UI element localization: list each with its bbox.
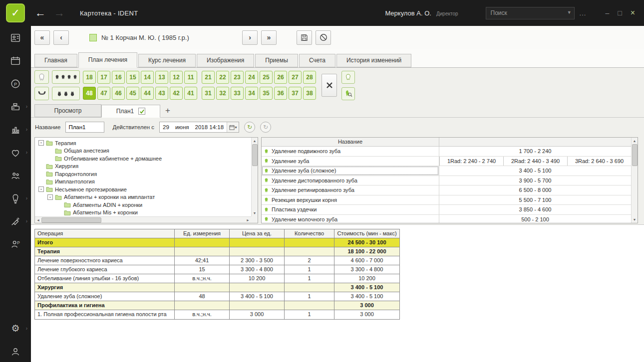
main-tab[interactable]: Главная	[34, 54, 77, 67]
tree-expander-icon[interactable]: -	[38, 140, 44, 146]
sidebar-item-cash-register[interactable]: ›	[3, 101, 27, 112]
tooth-number-button[interactable]: 45	[126, 87, 139, 100]
chevron-down-icon[interactable]: ▼	[567, 10, 572, 15]
tooth-status-button[interactable]	[341, 71, 355, 84]
tree-horizontal-scrollbar[interactable]: ◄ ►	[35, 216, 251, 223]
close-button[interactable]: ×	[631, 9, 635, 17]
tooth-number-button[interactable]: 25	[260, 71, 273, 84]
tooth-number-button[interactable]: 27	[289, 71, 302, 84]
table-row[interactable]: Отбеливание (линия улыбки - 16 зубов) в.…	[35, 274, 399, 283]
main-tab[interactable]: История изменений	[336, 54, 411, 67]
sidebar-item-reports[interactable]: ›	[3, 124, 27, 135]
patient-prev-button[interactable]: ‹	[53, 30, 69, 45]
tree-item[interactable]: Отбеливание кабинетное + домашнее	[35, 155, 251, 163]
tooth-number-button[interactable]: 34	[245, 87, 258, 100]
tree-item[interactable]: Пародонтология	[35, 170, 251, 178]
upper-teeth-group-button[interactable]	[52, 70, 80, 84]
scroll-down-icon[interactable]: ▼	[632, 216, 638, 223]
table-row[interactable]: Лечение глубокого кариеса 15 3 300 - 4 8…	[35, 265, 399, 274]
add-plan-button[interactable]: +	[165, 106, 170, 116]
main-tab[interactable]: Счета	[299, 54, 335, 67]
price-row[interactable]: Резекция верхушки корня 5 500 - 7 100	[262, 195, 631, 205]
main-tab[interactable]: Курс лечения	[138, 54, 196, 67]
tooth-number-button[interactable]: 47	[97, 87, 110, 100]
search-input[interactable]	[486, 7, 575, 19]
tooth-number-button[interactable]: 37	[289, 87, 302, 100]
date-time[interactable]: 2018 14:18	[192, 124, 227, 130]
search-box[interactable]: ▼	[486, 7, 575, 19]
tooth-number-button[interactable]: 23	[231, 71, 244, 84]
valid-from-date-picker[interactable]: 29 июня 2018 14:18 ▾	[159, 122, 239, 133]
tooth-number-button[interactable]: 36	[274, 87, 287, 100]
table-row[interactable]: Терапия 18 100 - 22 000	[35, 247, 399, 256]
sidebar-item-anesthesia[interactable]: ›	[3, 215, 27, 227]
table-row[interactable]: Итого 24 500 - 30 100	[35, 238, 399, 247]
tooth-search-button[interactable]	[341, 87, 355, 100]
current-patient[interactable]: № 1 Корчан М. Ю. ( 1985 г.р.)	[89, 34, 222, 41]
calendar-dropdown-button[interactable]: ▾	[227, 122, 239, 132]
tooth-number-button[interactable]: 32	[216, 87, 229, 100]
history-plan-button[interactable]: ↻	[260, 122, 271, 133]
sidebar-item-phone-calls[interactable]: P	[3, 78, 27, 89]
tooth-number-button[interactable]: 18	[83, 71, 96, 84]
tree-item[interactable]: Общая анестезия	[35, 147, 251, 155]
tooth-number-button[interactable]: 31	[202, 87, 215, 100]
tooth-number-button[interactable]: 43	[155, 87, 168, 100]
scrollbar-thumb[interactable]	[41, 217, 101, 223]
tooth-number-button[interactable]: 26	[274, 71, 287, 84]
tooth-number-button[interactable]: 44	[141, 87, 154, 100]
block-button[interactable]	[316, 30, 331, 45]
tree-item[interactable]: Абатменты Mis + коронки	[35, 209, 251, 217]
tooth-number-button[interactable]: 17	[97, 71, 110, 84]
tooth-number-button[interactable]: 13	[155, 71, 168, 84]
tooth-number-button[interactable]: 14	[141, 71, 154, 84]
more-button[interactable]: ...	[580, 9, 587, 17]
patient-last-button[interactable]: »	[261, 30, 277, 45]
save-button[interactable]	[297, 30, 312, 45]
tree-item[interactable]: - Терапия	[35, 139, 251, 147]
sidebar-item-treatment[interactable]: ›	[3, 147, 27, 158]
sidebar-item-implants[interactable]: ›	[3, 192, 27, 204]
scroll-right-icon[interactable]: ►	[245, 217, 251, 223]
tree-item[interactable]: Имплантология	[35, 178, 251, 186]
price-row[interactable]: Пластика уздечки 3 850 - 4 600	[262, 205, 631, 215]
tooth-number-button[interactable]: 38	[303, 87, 316, 100]
price-row[interactable]: Удаление зуба 1Rad: 2 240 - 2 740 2Rad: …	[262, 157, 631, 167]
tooth-number-button[interactable]: 16	[112, 71, 125, 84]
tree-item[interactable]: - Абатменты + коронки на имплантат	[35, 193, 251, 201]
upper-jaw-button[interactable]	[34, 70, 49, 84]
date-day[interactable]: 29	[160, 124, 172, 130]
sidebar-item-settings[interactable]: ⚙ ›	[3, 323, 27, 334]
tooth-number-button[interactable]: 12	[170, 71, 183, 84]
tooth-number-button[interactable]: 33	[231, 87, 244, 100]
price-row[interactable]: Удаление зуба (сложное) 3 400 - 5 100	[262, 166, 631, 176]
sidebar-item-staff[interactable]	[3, 170, 27, 181]
sidebar-item-calendar[interactable]	[3, 55, 27, 66]
tooth-number-button[interactable]: 41	[184, 87, 197, 100]
tree-expander-icon[interactable]: -	[47, 194, 53, 200]
tooth-number-button[interactable]: 48	[83, 87, 96, 100]
scrollbar-thumb[interactable]	[252, 144, 258, 166]
tooth-number-button[interactable]: 46	[112, 87, 125, 100]
tooth-number-button[interactable]: 24	[245, 71, 258, 84]
back-button[interactable]: ←	[31, 5, 50, 20]
table-row[interactable]: Лечение поверхностного кариеса 42;41 2 3…	[35, 256, 399, 265]
forward-button[interactable]: →	[50, 5, 69, 20]
plan-name-input[interactable]	[65, 122, 104, 133]
scroll-up-icon[interactable]: ▲	[252, 138, 258, 144]
price-vertical-scrollbar[interactable]: ▲ ▼	[631, 138, 638, 223]
tree-expander-icon[interactable]: -	[38, 186, 44, 192]
price-row[interactable]: Удаление молочного зуба 500 - 2 100	[262, 215, 631, 223]
tooth-number-button[interactable]: 11	[184, 71, 197, 84]
maximize-button[interactable]: □	[618, 9, 622, 17]
tooth-number-button[interactable]: 22	[216, 71, 229, 84]
tab-view[interactable]: Просмотр	[34, 104, 101, 117]
tooth-number-button[interactable]: 28	[303, 71, 316, 84]
scrollbar-thumb[interactable]	[632, 144, 638, 166]
scroll-up-icon[interactable]: ▲	[632, 138, 638, 144]
tab-plan1[interactable]: План1	[101, 105, 160, 118]
tooth-number-button[interactable]: 15	[126, 71, 139, 84]
lower-jaw-button[interactable]	[34, 87, 49, 100]
scroll-down-icon[interactable]: ▼	[252, 210, 258, 216]
patient-next-button[interactable]: ›	[242, 30, 258, 45]
